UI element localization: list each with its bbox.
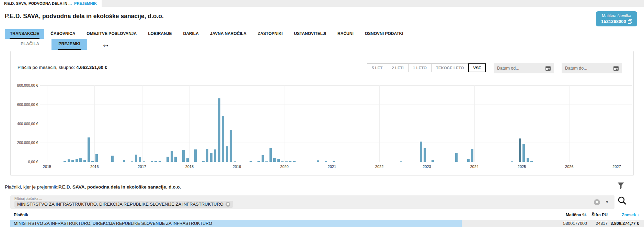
chart-bar[interactable] (262, 155, 264, 162)
chart-bar[interactable] (293, 161, 296, 162)
range-2leti-button[interactable]: 2 LETI (387, 63, 409, 72)
chart-bar[interactable] (530, 161, 533, 162)
chart-bar[interactable] (455, 153, 458, 162)
chart-bar[interactable] (226, 146, 228, 162)
chart-bar[interactable] (64, 161, 66, 162)
tab-ustanovitelji[interactable]: USTANOVITELJI (289, 29, 331, 39)
chart-bar[interactable] (265, 161, 268, 162)
calendar-icon[interactable] (613, 65, 619, 71)
chart-bar[interactable] (111, 156, 114, 162)
chart-bar[interactable] (522, 144, 525, 162)
chart-bar[interactable] (135, 155, 137, 162)
filter-clear-icon[interactable]: ✕ (594, 199, 600, 205)
chart-bar[interactable] (154, 161, 157, 162)
y-axis-label: 800.000,00 € (11, 83, 38, 87)
chart-bar[interactable] (218, 98, 220, 162)
swap-direction-icon[interactable]: ↔ (102, 40, 110, 48)
chart-bar[interactable] (159, 161, 161, 162)
chart-bar[interactable] (467, 159, 470, 162)
chart-bar[interactable] (285, 161, 288, 162)
chart-bar[interactable] (151, 161, 153, 162)
entity-tab-type-link[interactable]: PREJEMNIK (74, 1, 97, 5)
tab-racuni[interactable]: RAČUNI (332, 29, 359, 39)
chart-bar[interactable] (139, 157, 141, 162)
chart-bar[interactable] (230, 130, 232, 162)
tab-lobiranje[interactable]: LOBIRANJE (143, 29, 177, 39)
chart-bar[interactable] (83, 160, 86, 162)
subtab-prejemki[interactable]: PREJEMKI (51, 39, 87, 50)
tab-osnovni-podatki[interactable]: OSNOVNI PODATKI (360, 29, 409, 39)
chart-bar[interactable] (317, 160, 319, 162)
chart-bar[interactable] (202, 161, 205, 162)
row-znesek: 3.809.274,77 € (598, 220, 639, 227)
tab-casovnica[interactable]: ČASOVNICA (45, 29, 80, 39)
chart-bar[interactable] (400, 161, 402, 162)
filter-funnel-icon[interactable] (618, 182, 624, 190)
chart-bar[interactable] (131, 161, 133, 162)
chart-bar[interactable] (68, 159, 70, 162)
chart-bar[interactable] (210, 153, 212, 162)
chart-bar[interactable] (166, 157, 169, 162)
copy-icon[interactable] (628, 19, 632, 24)
payer-filter-input[interactable]: Filtriraj plačnika ... MINISTRSTVO ZA IN… (10, 195, 614, 209)
chart-bar[interactable] (88, 137, 90, 162)
chart-bar[interactable] (424, 148, 426, 162)
chart-bar[interactable] (95, 154, 98, 162)
tab-omejitve-poslovanja[interactable]: OMEJITVE POSLOVANJA (81, 29, 142, 39)
range-vse-button[interactable]: VSE (468, 63, 486, 72)
filter-caret-icon[interactable]: ▼ (605, 200, 609, 204)
chart-bar[interactable] (214, 149, 216, 162)
chart-bar[interactable] (143, 161, 145, 162)
chart-bar[interactable] (79, 158, 82, 162)
date-from-input[interactable]: Datum od... (494, 63, 554, 73)
chart-bar[interactable] (333, 161, 335, 162)
chart-bar[interactable] (182, 150, 185, 162)
chart-bar[interactable] (257, 161, 260, 162)
y-axis-label: 600.000,00 € (11, 102, 38, 107)
range-tekoce-leto-button[interactable]: TEKOČE LETO (431, 63, 469, 72)
maticna-stevilka-badge[interactable]: Matična številka 1521268000 (596, 11, 637, 26)
search-icon[interactable] (618, 196, 626, 205)
chip-remove-icon[interactable]: ✕ (226, 202, 230, 207)
chart-bar[interactable] (273, 158, 276, 162)
range-1leto-button[interactable]: 1 LETO (408, 63, 432, 72)
chart-bar[interactable] (250, 161, 252, 162)
chart-bar[interactable] (519, 138, 521, 162)
chart-bar[interactable] (194, 149, 197, 162)
chart-bar[interactable] (174, 157, 177, 162)
tab-javna-narocila[interactable]: JAVNA NAROČILA (205, 29, 252, 39)
chart-bar[interactable] (171, 151, 173, 162)
chart-bar[interactable] (123, 160, 125, 162)
tab-transakcije[interactable]: TRANSAKCIJE (5, 29, 44, 39)
chart-bar[interactable] (269, 148, 272, 162)
chart-bar[interactable] (234, 161, 236, 162)
chart-bar[interactable] (206, 149, 208, 162)
chart-bar[interactable] (289, 161, 291, 162)
entity-tab[interactable]: P.E.D. SAVA, PODVODNA DELA IN ... PREJEM… (0, 0, 102, 7)
chart-bar[interactable] (325, 161, 327, 162)
chart-bar[interactable] (71, 160, 74, 162)
subtab-placila[interactable]: PLAČILA (14, 39, 46, 50)
chart-bar[interactable] (186, 158, 189, 162)
range-5let-button[interactable]: 5 LET (367, 63, 387, 72)
chart-bar[interactable] (432, 160, 434, 162)
chart-bar[interactable] (222, 116, 224, 162)
chart-bar[interactable] (527, 158, 529, 162)
payer-filter-chip[interactable]: MINISTRSTVO ZA INFRASTRUKTURO, DIREKCIJA… (14, 201, 233, 208)
date-to-input[interactable]: Datum do... (562, 63, 622, 73)
chart-bar[interactable] (281, 161, 284, 162)
table-row[interactable]: MINISTRSTVO ZA INFRASTRUKTURO, DIREKCIJA… (10, 220, 644, 227)
tab-zastopniki[interactable]: ZASTOPNIKI (253, 29, 288, 39)
calendar-icon[interactable] (545, 65, 551, 71)
gridline (40, 124, 632, 124)
gridline (142, 85, 142, 162)
chart-bar[interactable] (471, 149, 473, 162)
chart-bar[interactable] (76, 159, 78, 162)
column-znesek-sort[interactable]: Znesek ↓ (598, 213, 639, 217)
chart-bar[interactable] (277, 159, 280, 162)
main-tab-bar: TRANSAKCIJE ČASOVNICA OMEJITVE POSLOVANJ… (5, 29, 410, 39)
chart-bar[interactable] (91, 161, 94, 162)
chart-bar[interactable] (420, 142, 422, 162)
tab-darila[interactable]: DARILA (178, 29, 204, 39)
chart-bar[interactable] (511, 161, 513, 162)
